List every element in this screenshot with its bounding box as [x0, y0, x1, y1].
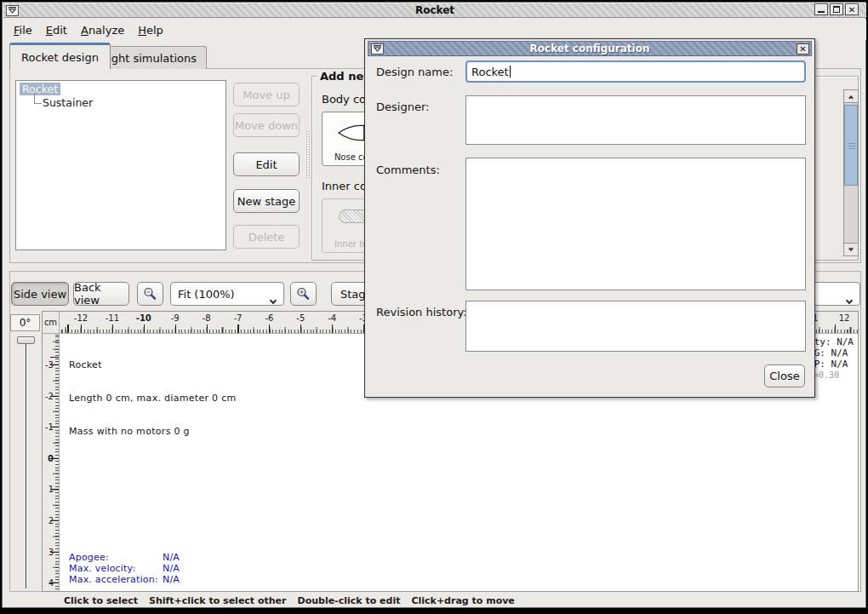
scroll-down-button[interactable]: [844, 243, 858, 255]
status-hint: Click to select: [64, 595, 138, 606]
menu-help[interactable]: Help: [131, 22, 170, 38]
menu-edit[interactable]: Edit: [39, 22, 74, 38]
zoom-in-icon: [296, 287, 311, 301]
new-stage-button[interactable]: New stage: [233, 189, 300, 213]
delete-button[interactable]: Delete: [233, 225, 300, 249]
chevron-down-icon: [847, 293, 852, 306]
dialog-titlebar[interactable]: Rocket configuration ✕: [368, 41, 812, 56]
chevron-down-icon: [848, 246, 854, 251]
edit-button[interactable]: Edit: [233, 152, 300, 176]
status-hint: Double-click to edit: [298, 595, 401, 606]
zoom-level-value: Fit (100%): [178, 288, 235, 301]
menu-file[interactable]: File: [7, 22, 39, 38]
text-caret: [510, 66, 511, 77]
status-hint: Shift+click to select other: [149, 595, 287, 606]
close-icon: ✕: [848, 5, 855, 14]
window-controls: ✕: [814, 3, 859, 15]
design-name-input[interactable]: Rocket: [465, 60, 806, 83]
close-button[interactable]: ✕: [845, 3, 859, 15]
minimize-button[interactable]: [814, 3, 828, 15]
zoom-out-icon: [143, 287, 157, 301]
component-tree[interactable]: Rocket Sustainer: [15, 80, 226, 250]
screen: Rocket ✕ File Edit Analyze Help Rocket d…: [0, 0, 868, 614]
zoom-level-combobox[interactable]: Fit (100%): [170, 282, 284, 306]
window-title: Rocket: [3, 4, 866, 16]
tree-item-sustainer[interactable]: Sustainer: [43, 96, 93, 109]
rocket-info-text: Rocket Length 0 cm, max. diameter 0 cm M…: [69, 337, 237, 459]
rocket-configuration-dialog: Rocket configuration ✕ Design name: Rock…: [364, 38, 815, 398]
dialog-close-button[interactable]: ✕: [797, 43, 809, 55]
chevron-down-icon: [271, 293, 276, 306]
design-name-label: Design name:: [376, 66, 453, 78]
designer-label: Designer:: [376, 100, 429, 113]
palette-scrollbar[interactable]: [843, 89, 859, 256]
rotation-value: 0°: [10, 314, 40, 331]
ruler-unit-label: cm: [43, 312, 60, 334]
stage-combobox[interactable]: [811, 282, 860, 306]
main-titlebar[interactable]: Rocket: [3, 3, 866, 18]
revision-history-label: Revision history:: [376, 306, 467, 318]
system-menu-icon[interactable]: [371, 43, 384, 55]
system-menu-icon[interactable]: [6, 5, 19, 16]
dialog-close-action-button[interactable]: Close: [764, 364, 805, 387]
tree-item-rocket[interactable]: Rocket: [20, 83, 60, 95]
status-hint: Click+drag to move: [411, 595, 514, 606]
menu-analyze[interactable]: Analyze: [74, 22, 131, 38]
menu-bar: File Edit Analyze Help: [5, 20, 866, 40]
move-up-button[interactable]: Move up: [233, 83, 300, 106]
comments-label: Comments:: [376, 164, 440, 176]
designer-textarea[interactable]: [465, 95, 806, 145]
flight-info-text: Apogee:N/A Max. velocity:N/A Max. accele…: [69, 552, 180, 585]
dialog-title: Rocket configuration: [368, 43, 811, 55]
revision-history-textarea[interactable]: [465, 301, 806, 352]
maximize-icon: [833, 6, 840, 13]
tree-connector: [34, 94, 35, 103]
close-icon: ✕: [799, 44, 806, 54]
rotation-slider-track: [26, 340, 26, 588]
rotation-slider-handle[interactable]: [17, 336, 35, 344]
scrollbar-thumb[interactable]: [844, 105, 858, 186]
scroll-up-button[interactable]: [844, 90, 858, 103]
splitter-handle[interactable]: [306, 130, 311, 180]
tree-connector: [34, 103, 42, 104]
move-down-button[interactable]: Move down: [233, 113, 300, 137]
vertical-ruler: -3 -2 -1 0 1 2 3 4: [43, 334, 60, 591]
comments-textarea[interactable]: [465, 158, 806, 290]
chevron-up-icon: [848, 95, 854, 100]
zoom-out-button[interactable]: [137, 282, 163, 306]
maximize-button[interactable]: [830, 3, 843, 15]
status-bar: Click to select Shift+click to select ot…: [5, 592, 866, 609]
minimize-icon: [818, 6, 825, 13]
tab-rocket-design[interactable]: Rocket design: [9, 43, 111, 69]
side-view-button[interactable]: Side view: [11, 282, 69, 306]
back-view-button[interactable]: Back view: [73, 282, 129, 306]
zoom-in-button[interactable]: [290, 282, 317, 306]
